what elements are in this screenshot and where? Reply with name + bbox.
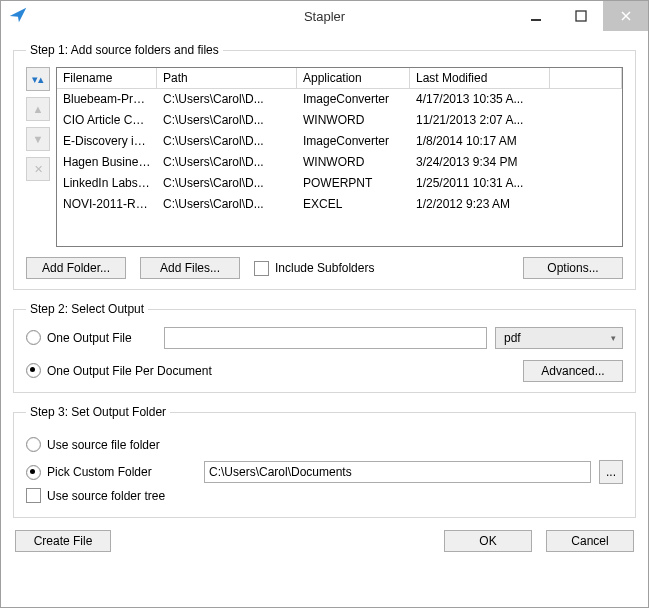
add-files-button[interactable]: Add Files...: [140, 257, 240, 279]
col-filename[interactable]: Filename: [57, 68, 157, 89]
checkbox-icon: [26, 488, 41, 503]
cell-modified: 1/25/2011 10:31 A...: [410, 173, 550, 194]
step1-legend: Step 1: Add source folders and files: [26, 43, 223, 57]
add-folder-button[interactable]: Add Folder...: [26, 257, 126, 279]
one-output-per-document-label: One Output File Per Document: [47, 364, 212, 378]
step2-group: Step 2: Select Output One Output File pd…: [13, 302, 636, 393]
output-format-value: pdf: [504, 331, 521, 345]
cancel-button[interactable]: Cancel: [546, 530, 634, 552]
col-application[interactable]: Application: [297, 68, 410, 89]
window-buttons: [513, 1, 648, 31]
svg-rect-1: [576, 11, 586, 21]
use-source-folder-tree-checkbox[interactable]: Use source folder tree: [26, 488, 165, 503]
cell-app: POWERPNT: [297, 173, 410, 194]
cell-filename: Hagen Business ...: [57, 152, 157, 173]
one-output-file-radio[interactable]: One Output File: [26, 330, 156, 345]
step2-legend: Step 2: Select Output: [26, 302, 148, 316]
cell-path: C:\Users\Carol\D...: [157, 131, 297, 152]
col-spacer: [550, 68, 622, 89]
cell-filename: Bluebeam-Previo...: [57, 89, 157, 110]
radio-icon: [26, 330, 41, 345]
cell-path: C:\Users\Carol\D...: [157, 110, 297, 131]
move-down-button[interactable]: ▼: [26, 127, 50, 151]
advanced-button[interactable]: Advanced...: [523, 360, 623, 382]
cell-filename: CIO Article Collab...: [57, 110, 157, 131]
cell-modified: 3/24/2013 9:34 PM: [410, 152, 550, 173]
table-header: Filename Path Application Last Modified: [57, 68, 622, 89]
cell-app: EXCEL: [297, 194, 410, 215]
close-button[interactable]: [603, 1, 648, 31]
cell-filename: E-Discovery in Co...: [57, 131, 157, 152]
include-subfolders-checkbox[interactable]: Include Subfolders: [254, 261, 374, 276]
output-format-select[interactable]: pdf ▾: [495, 327, 623, 349]
cell-app: ImageConverter: [297, 131, 410, 152]
table-row[interactable]: E-Discovery in Co...C:\Users\Carol\D...I…: [57, 131, 622, 152]
use-source-folder-tree-label: Use source folder tree: [47, 489, 165, 503]
remove-row-button[interactable]: ✕: [26, 157, 50, 181]
content: Step 1: Add source folders and files ▾▴ …: [1, 31, 648, 607]
cell-path: C:\Users\Carol\D...: [157, 194, 297, 215]
output-filename-input[interactable]: [164, 327, 487, 349]
cell-app: ImageConverter: [297, 89, 410, 110]
cell-filename: NOVI-2011-Recrui...: [57, 194, 157, 215]
pick-custom-folder-label: Pick Custom Folder: [47, 465, 152, 479]
move-up-button[interactable]: ▲: [26, 97, 50, 121]
titlebar: Stapler: [1, 1, 648, 31]
custom-folder-input[interactable]: [204, 461, 591, 483]
radio-icon: [26, 437, 41, 452]
col-path[interactable]: Path: [157, 68, 297, 89]
cell-modified: 4/17/2013 10:35 A...: [410, 89, 550, 110]
app-icon: [7, 4, 31, 28]
one-output-per-document-radio[interactable]: One Output File Per Document: [26, 363, 212, 378]
table-row[interactable]: LinkedIn Labs Intr...C:\Users\Carol\D...…: [57, 173, 622, 194]
col-last-modified[interactable]: Last Modified: [410, 68, 550, 89]
browse-folder-button[interactable]: ...: [599, 460, 623, 484]
table-row[interactable]: CIO Article Collab...C:\Users\Carol\D...…: [57, 110, 622, 131]
files-table[interactable]: Filename Path Application Last Modified …: [56, 67, 623, 247]
footer-buttons: Create File OK Cancel: [13, 530, 636, 552]
stapler-window: Stapler Step 1: Add source folders and f…: [0, 0, 649, 608]
pick-custom-folder-radio[interactable]: Pick Custom Folder: [26, 465, 196, 480]
one-output-file-label: One Output File: [47, 331, 132, 345]
table-row[interactable]: NOVI-2011-Recrui...C:\Users\Carol\D...EX…: [57, 194, 622, 215]
maximize-button[interactable]: [558, 1, 603, 31]
table-row[interactable]: Bluebeam-Previo...C:\Users\Carol\D...Ima…: [57, 89, 622, 110]
step3-legend: Step 3: Set Output Folder: [26, 405, 170, 419]
cell-path: C:\Users\Carol\D...: [157, 173, 297, 194]
cell-path: C:\Users\Carol\D...: [157, 89, 297, 110]
cell-modified: 1/2/2012 9:23 AM: [410, 194, 550, 215]
svg-rect-0: [531, 19, 541, 21]
use-source-folder-radio[interactable]: Use source file folder: [26, 437, 160, 452]
cell-app: WINWORD: [297, 110, 410, 131]
cell-path: C:\Users\Carol\D...: [157, 152, 297, 173]
ok-button[interactable]: OK: [444, 530, 532, 552]
cell-app: WINWORD: [297, 152, 410, 173]
create-file-button[interactable]: Create File: [15, 530, 111, 552]
radio-icon: [26, 363, 41, 378]
radio-icon: [26, 465, 41, 480]
checkbox-icon: [254, 261, 269, 276]
cell-modified: 11/21/2013 2:07 A...: [410, 110, 550, 131]
minimize-button[interactable]: [513, 1, 558, 31]
step3-group: Step 3: Set Output Folder Use source fil…: [13, 405, 636, 518]
chevron-down-icon: ▾: [611, 333, 616, 343]
use-source-folder-label: Use source file folder: [47, 438, 160, 452]
expand-all-button[interactable]: ▾▴: [26, 67, 50, 91]
table-row[interactable]: Hagen Business ...C:\Users\Carol\D...WIN…: [57, 152, 622, 173]
options-button[interactable]: Options...: [523, 257, 623, 279]
step1-group: Step 1: Add source folders and files ▾▴ …: [13, 43, 636, 290]
row-tool-buttons: ▾▴ ▲ ▼ ✕: [26, 67, 50, 247]
include-subfolders-label: Include Subfolders: [275, 261, 374, 275]
cell-filename: LinkedIn Labs Intr...: [57, 173, 157, 194]
ellipsis-icon: ...: [606, 465, 616, 479]
cell-modified: 1/8/2014 10:17 AM: [410, 131, 550, 152]
